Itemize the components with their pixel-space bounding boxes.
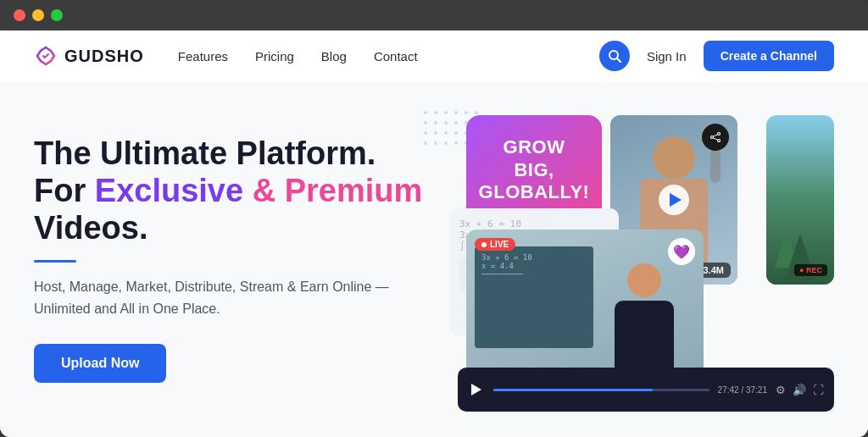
hero-divider bbox=[34, 260, 76, 263]
teacher-body bbox=[615, 301, 674, 368]
maximize-button[interactable] bbox=[51, 9, 63, 21]
grow-big-text: GROWBIG,GLOBALLY! bbox=[479, 136, 590, 203]
video-player-bar: 27:42 / 37:21 ⚙ 🔊 ⛶ bbox=[458, 368, 834, 412]
close-button[interactable] bbox=[14, 9, 25, 21]
player-play-button[interactable] bbox=[468, 381, 485, 398]
navbar: GUDSHO Features Pricing Blog Contact Sig… bbox=[0, 30, 868, 81]
player-time: 27:42 / 37:21 bbox=[718, 385, 767, 395]
upload-now-button[interactable]: Upload Now bbox=[34, 344, 166, 383]
logo-text: GUDSHO bbox=[64, 47, 144, 66]
minimize-button[interactable] bbox=[32, 9, 44, 21]
play-icon bbox=[670, 193, 682, 207]
nav-pricing[interactable]: Pricing bbox=[255, 49, 294, 64]
player-progress-bar[interactable] bbox=[493, 389, 709, 391]
hero-title-exclusive: Exclusive bbox=[95, 173, 243, 208]
hero-left: The Ultimate Platform. For Exclusive & P… bbox=[34, 136, 424, 382]
live-text: LIVE bbox=[490, 240, 509, 249]
player-progress-fill bbox=[493, 389, 653, 391]
live-teacher-card: 3x + 6 = 10x = 4.4───────── LIVE 💜 bbox=[466, 230, 704, 382]
heart-badge: 💜 bbox=[668, 238, 695, 265]
teacher-person bbox=[610, 263, 678, 382]
svg-point-6 bbox=[711, 136, 714, 139]
play-overlay[interactable] bbox=[659, 185, 689, 215]
teacher-head bbox=[627, 263, 661, 297]
nav-features[interactable]: Features bbox=[178, 49, 228, 64]
browser-content: GUDSHO Features Pricing Blog Contact Sig… bbox=[0, 30, 868, 437]
live-badge: LIVE bbox=[475, 238, 515, 251]
hero-title-videos: Videos. bbox=[34, 210, 147, 246]
nav-blog[interactable]: Blog bbox=[321, 49, 347, 64]
hero-title-line1: The Ultimate Platform. bbox=[34, 136, 376, 171]
gudsho-logo-icon bbox=[34, 44, 58, 68]
create-channel-button[interactable]: Create a Channel bbox=[704, 41, 834, 71]
forest-card: ● REC bbox=[766, 115, 834, 285]
hero-title: The Ultimate Platform. For Exclusive & P… bbox=[34, 136, 424, 246]
svg-line-2 bbox=[617, 58, 620, 62]
traffic-lights bbox=[14, 9, 63, 21]
player-progress-area bbox=[493, 389, 709, 391]
hero-title-for: For bbox=[34, 173, 95, 208]
sign-in-link[interactable]: Sign In bbox=[647, 49, 687, 64]
share-button[interactable] bbox=[702, 124, 729, 151]
browser-window: GUDSHO Features Pricing Blog Contact Sig… bbox=[0, 0, 868, 437]
hero-section: The Ultimate Platform. For Exclusive & P… bbox=[0, 81, 868, 437]
hero-right: GROWBIG,GLOBALLY! bbox=[441, 98, 834, 420]
logo-area: GUDSHO bbox=[34, 44, 144, 68]
hero-title-premium: Premium bbox=[285, 173, 423, 208]
nav-contact[interactable]: Contact bbox=[374, 49, 418, 64]
teacher-board: 3x + 6 = 10x = 4.4───────── bbox=[475, 246, 593, 348]
svg-line-8 bbox=[713, 138, 717, 141]
hero-title-amp: & bbox=[243, 173, 285, 208]
forest-visual bbox=[766, 115, 834, 285]
hero-subtitle: Host, Manage, Market, Distribute, Stream… bbox=[34, 276, 424, 319]
nav-right: Sign In Create a Channel bbox=[599, 41, 834, 71]
svg-line-7 bbox=[713, 135, 717, 137]
svg-point-5 bbox=[718, 140, 721, 142]
player-play-icon bbox=[471, 384, 481, 396]
rec-badge: ● REC bbox=[794, 264, 827, 276]
player-volume-icon[interactable]: 🔊 bbox=[793, 384, 806, 396]
player-settings-icon[interactable]: ⚙ bbox=[776, 384, 786, 396]
title-bar bbox=[0, 0, 868, 30]
player-controls: ⚙ 🔊 ⛶ bbox=[776, 384, 824, 396]
svg-point-4 bbox=[718, 133, 721, 136]
search-button[interactable] bbox=[599, 41, 630, 71]
player-fullscreen-icon[interactable]: ⛶ bbox=[813, 384, 824, 396]
nav-links: Features Pricing Blog Contact bbox=[178, 49, 599, 64]
search-icon bbox=[608, 49, 621, 63]
